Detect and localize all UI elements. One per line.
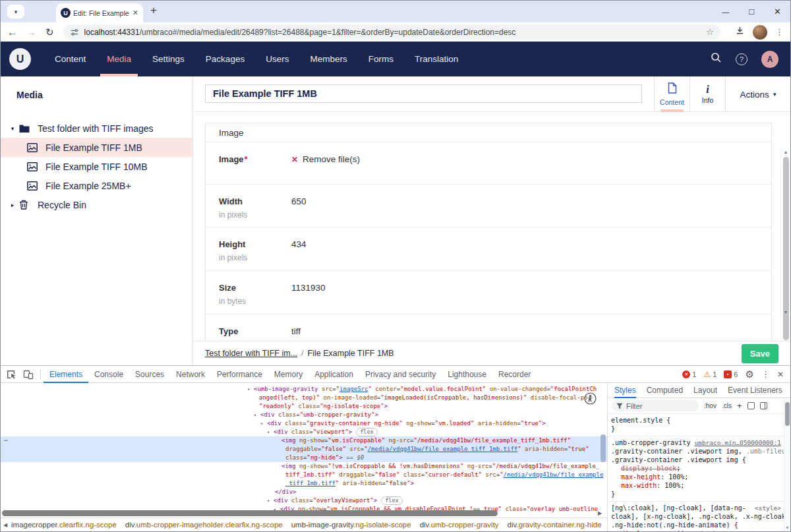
styles-tab-computed[interactable]: Computed xyxy=(647,383,683,398)
device-toolbar-icon[interactable] xyxy=(23,369,34,380)
new-style-rule-icon[interactable]: + xyxy=(737,401,742,411)
content-scrollbar[interactable]: ▲ ▼ xyxy=(780,148,790,316)
tree-item[interactable]: ▾Test folder with TIFF images xyxy=(1,119,192,138)
panel-layout-icon[interactable] xyxy=(760,402,767,409)
back-icon[interactable]: ← xyxy=(7,26,17,38)
nav-item-members[interactable]: Members xyxy=(299,42,357,76)
css-property[interactable]: display: block; xyxy=(621,464,781,473)
devtools-tab-privacy-and-security[interactable]: Privacy and security xyxy=(359,366,442,383)
close-icon[interactable]: ✕ xyxy=(774,7,781,16)
dom-crumb[interactable]: imagecropper.clearfix.ng-scope xyxy=(11,521,117,529)
maximize-icon[interactable]: □ xyxy=(749,7,754,16)
rule-source-link[interactable]: umbraco.min…050000000:1 xyxy=(694,438,781,447)
nav-item-media[interactable]: Media xyxy=(96,42,142,76)
devtools-tab-sources[interactable]: Sources xyxy=(129,366,170,383)
styles-scrollbar[interactable]: ▼ xyxy=(784,398,790,531)
devtools-tab-application[interactable]: Application xyxy=(308,366,359,383)
console-errors-badge[interactable]: ✕1 xyxy=(682,370,696,378)
tree-item[interactable]: File Example 25MB+ xyxy=(1,176,192,195)
help-icon[interactable]: ? xyxy=(736,53,747,65)
code-line[interactable]: <img ng-show="!vm.isCroppable && !vm.has… xyxy=(1,462,607,471)
minimize-icon[interactable]: — xyxy=(722,8,729,16)
crumbs-back-icon[interactable]: ◀ xyxy=(3,522,7,528)
tab-close-icon[interactable]: ✕ xyxy=(132,9,138,17)
code-line[interactable]: anged(left, top)" on-image-loaded="image… xyxy=(1,394,607,402)
accessibility-person-icon[interactable] xyxy=(584,392,597,407)
toggle-cls[interactable]: .cls xyxy=(722,402,732,409)
media-name-input[interactable] xyxy=(205,84,642,103)
forward-icon[interactable]: → xyxy=(26,26,36,38)
scroll-up-icon[interactable]: ▲ xyxy=(781,150,790,154)
css-property[interactable]: max-width: 100%; xyxy=(621,481,781,490)
browser-tab[interactable]: U Edit: File Example TIFF 1MB - M ✕ xyxy=(56,3,143,22)
tree-item[interactable]: ▸Recycle Bin xyxy=(1,195,192,214)
dom-crumb[interactable]: div.umb-cropper-gravity xyxy=(420,521,499,529)
elements-horizontal-scrollbar[interactable] xyxy=(1,510,595,516)
flex-badge[interactable]: flex xyxy=(381,496,402,505)
download-icon[interactable] xyxy=(735,26,745,38)
nav-item-translation[interactable]: Translation xyxy=(404,42,469,76)
console-warnings-badge[interactable]: ⚠1 xyxy=(703,370,717,378)
dom-crumb[interactable]: div.umb-cropper-imageholder.clearfix.ng-… xyxy=(125,521,283,529)
breadcrumb-parent-link[interactable]: Test folder with TIFF im... xyxy=(205,349,297,358)
nav-item-forms[interactable]: Forms xyxy=(358,42,404,76)
devtools-tab-memory[interactable]: Memory xyxy=(268,366,308,383)
umbraco-logo[interactable]: U xyxy=(9,48,31,70)
scroll-down-icon[interactable]: ▼ xyxy=(784,525,790,530)
devtools-menu-icon[interactable]: ⋮ xyxy=(761,369,770,379)
styles-tab-event-listeners[interactable]: Event Listeners xyxy=(728,383,782,398)
code-line[interactable]: ▾<umb-image-gravity src="imageSrc" cente… xyxy=(1,385,607,394)
nav-item-packages[interactable]: Packages xyxy=(195,42,255,76)
devtools-tab-console[interactable]: Console xyxy=(88,366,129,383)
devtools-tab-recorder[interactable]: Recorder xyxy=(492,366,537,383)
scroll-right-icon[interactable]: ▶ xyxy=(598,510,602,516)
code-line[interactable]: class="ng-hide"> == $0 xyxy=(1,454,607,462)
inspect-element-icon[interactable] xyxy=(6,369,16,380)
devtools-tab-performance[interactable]: Performance xyxy=(211,366,268,383)
code-line[interactable]: draggable="false" src="/media/vdqg41bw/f… xyxy=(1,445,607,454)
elements-vertical-scrollbar[interactable] xyxy=(601,434,606,462)
reload-icon[interactable]: ↻ xyxy=(45,26,54,38)
css-property[interactable]: max-height: 100%; xyxy=(621,473,781,481)
toggle-hov[interactable]: :hov xyxy=(704,402,717,409)
save-button[interactable]: Save xyxy=(742,344,778,363)
dom-crumb[interactable]: umb-image-gravity.ng-isolate-scope xyxy=(291,521,411,529)
code-line[interactable]: ⋯<img ng-show="vm.isCroppable" ng-src="/… xyxy=(1,436,607,445)
devtools-tab-lighthouse[interactable]: Lighthouse xyxy=(442,366,492,383)
code-line[interactable]: tiff_1mb.tiff" draggable="false" class="… xyxy=(1,471,607,479)
gear-icon[interactable]: ⚙ xyxy=(745,369,753,380)
styles-tab-styles[interactable]: Styles xyxy=(614,383,636,398)
nav-item-settings[interactable]: Settings xyxy=(142,42,195,76)
code-line[interactable]: ▾<div class="viewport">flex xyxy=(1,428,607,436)
browser-menu-icon[interactable]: ⋮ xyxy=(775,27,784,37)
user-avatar[interactable]: A xyxy=(761,51,778,68)
new-tab-button[interactable]: + xyxy=(150,4,157,17)
styles-tab-layout[interactable]: Layout xyxy=(693,383,717,398)
dom-crumb[interactable]: div.gravity-container.ng-hide xyxy=(508,521,602,529)
code-line[interactable]: _tiff_1mb.tiff" aria-hidden="false"> xyxy=(1,479,607,488)
css-property[interactable]: display: none !important; xyxy=(621,529,781,531)
code-line[interactable]: ▾<div class="gravity-container ng-hide" … xyxy=(1,419,607,428)
scrollbar-thumb[interactable] xyxy=(2,510,498,516)
issues-badge[interactable]: ▪6 xyxy=(724,370,738,378)
flex-badge[interactable]: flex xyxy=(356,428,377,436)
search-icon[interactable] xyxy=(711,52,722,66)
tab-search-button[interactable]: ▾ xyxy=(7,5,24,18)
nav-item-content[interactable]: Content xyxy=(44,42,96,76)
address-bar[interactable]: localhost:44331/umbraco#/media/media/edi… xyxy=(63,24,720,40)
code-line[interactable]: </div> xyxy=(1,488,607,496)
tree-caret-icon[interactable]: ▸ xyxy=(7,202,18,208)
code-line[interactable]: ▾<div class="umb-cropper-gravity"> xyxy=(1,411,607,419)
site-info-icon[interactable] xyxy=(70,28,79,37)
browser-profile-avatar[interactable] xyxy=(753,25,767,40)
scrollbar-thumb[interactable] xyxy=(785,402,790,426)
editor-tab-content[interactable]: Content xyxy=(654,76,689,112)
actions-dropdown[interactable]: Actions ▾ xyxy=(725,76,790,112)
code-line[interactable]: "readonly" class="ng-isolate-scope"> xyxy=(1,402,607,411)
tree-item[interactable]: File Example TIFF 1MB xyxy=(1,138,192,157)
devtools-tab-elements[interactable]: Elements xyxy=(44,366,88,383)
more-actions-icon[interactable]: ⋯ xyxy=(4,436,7,445)
code-line[interactable]: ▾<div class="overlayViewport">flex xyxy=(1,496,607,505)
bookmark-star-icon[interactable]: ☆ xyxy=(706,27,714,37)
nav-item-users[interactable]: Users xyxy=(255,42,299,76)
